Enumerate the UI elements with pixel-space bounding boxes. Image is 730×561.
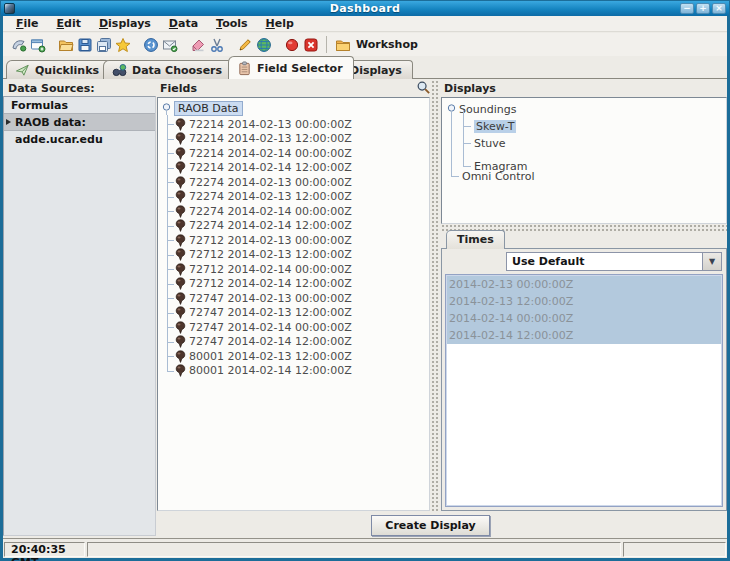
status-memory-area [623,542,726,557]
balloon-icon [175,118,186,131]
vertical-splitter[interactable] [431,80,440,511]
window-body: File Edit Displays Data Tools Help [3,16,727,558]
balloon-icon [175,161,186,174]
balloon-icon [175,350,186,363]
tab-bar: Quicklinks Data Choosers Field Selector … [3,56,727,79]
field-tree-item[interactable]: 72274 2014-02-13 00:00:00Z [158,175,429,190]
field-tree-item[interactable]: 72274 2014-02-14 12:00:00Z [158,219,429,234]
field-tree-item[interactable]: 80001 2014-02-13 12:00:00Z [158,349,429,364]
status-clock: 20:40:35 GMT [4,542,85,557]
balloon-icon [175,205,186,218]
tree-expander-icon[interactable] [161,102,172,115]
tab-times[interactable]: Times [446,230,505,249]
save-icon[interactable] [76,36,93,53]
fields-tree-root[interactable]: RAOB Data [174,101,243,116]
balloon-icon [175,321,186,334]
show-dashboard-icon[interactable] [10,36,27,53]
balloon-icon [175,364,186,377]
balloon-icon [175,234,186,247]
field-tree-item[interactable]: 80001 2014-02-14 12:00:00Z [158,364,429,379]
quicklinks-icon [15,63,30,78]
favorites-star-icon[interactable] [114,36,131,53]
field-tree-item[interactable]: 72712 2014-02-14 12:00:00Z [158,277,429,292]
tab-data-choosers[interactable]: Data Choosers [103,60,233,79]
balloon-icon [175,190,186,203]
menu-tools[interactable]: Tools [207,16,256,31]
field-tree-item[interactable]: 72274 2014-02-14 00:00:00Z [158,204,429,219]
fields-tree-items: 72214 2014-02-13 00:00:00Z 72214 2014-02… [158,117,429,378]
balloon-icon [175,219,186,232]
times-mode-dropdown[interactable]: Use Default ▼ [506,252,722,271]
field-tree-item[interactable]: 72747 2014-02-14 00:00:00Z [158,320,429,335]
field-tree-item[interactable]: 72214 2014-02-13 00:00:00Z [158,117,429,132]
display-item-omni-control[interactable]: Omni Control [462,170,535,183]
data-sources-header: Data Sources: [8,82,95,95]
field-tree-item[interactable]: 72214 2014-02-13 12:00:00Z [158,132,429,147]
tree-connector [451,176,459,177]
eraser-icon[interactable] [189,36,206,53]
menu-help[interactable]: Help [257,16,303,31]
menu-bar: File Edit Displays Data Tools Help [3,16,727,32]
internet-globe-icon[interactable] [255,36,272,53]
balloon-icon [175,335,186,348]
tree-line [451,113,452,176]
menu-data[interactable]: Data [160,16,207,31]
new-window-icon[interactable] [29,36,46,53]
help-icon[interactable] [142,36,159,53]
save-as-icon[interactable] [95,36,112,53]
search-icon[interactable] [416,80,431,95]
menu-displays[interactable]: Displays [90,16,160,31]
field-tree-item[interactable]: 72274 2014-02-13 12:00:00Z [158,190,429,205]
record-icon[interactable] [283,36,300,53]
create-display-button[interactable]: Create Display [371,515,490,536]
balloon-icon [175,263,186,276]
tree-connector [463,126,471,127]
balloon-icon [175,306,186,319]
status-message-area [87,542,621,557]
field-tree-item[interactable]: 72747 2014-02-14 12:00:00Z [158,335,429,350]
times-panel: Use Default ▼ 2014-02-13 00:00:00Z 2014-… [441,248,727,511]
exit-icon[interactable] [302,36,319,53]
tab-quicklinks[interactable]: Quicklinks [6,60,110,79]
balloon-icon [175,147,186,160]
balloon-icon [175,277,186,290]
chevron-down-icon[interactable]: ▼ [702,253,721,270]
time-list-item[interactable]: 2014-02-13 12:00:00Z [447,293,721,310]
time-list-item[interactable]: 2014-02-14 12:00:00Z [447,327,721,344]
field-tree-item[interactable]: 72712 2014-02-13 00:00:00Z [158,233,429,248]
time-list-item[interactable]: 2014-02-13 00:00:00Z [447,276,721,293]
menu-file[interactable]: File [7,16,48,31]
data-source-item-formulas[interactable]: Formulas [4,97,155,114]
time-list-item[interactable]: 2014-02-14 00:00:00Z [447,310,721,327]
window-title: Dashboard [1,1,729,16]
menu-edit[interactable]: Edit [48,16,90,31]
open-file-icon[interactable] [57,36,74,53]
workshop-label: Workshop [356,38,418,51]
field-tree-item[interactable]: 72712 2014-02-14 00:00:00Z [158,262,429,277]
field-tree-item[interactable]: 72214 2014-02-14 00:00:00Z [158,146,429,161]
tree-line [463,110,464,166]
field-tree-item[interactable]: 72747 2014-02-13 00:00:00Z [158,291,429,306]
edit-pencil-icon[interactable] [236,36,253,53]
data-sources-list: Formulas RAOB data: adde.ucar.edu [3,96,156,536]
support-request-icon[interactable] [161,36,178,53]
workshop-folder-icon[interactable] [334,36,351,53]
tree-connector [463,143,471,144]
data-choosers-icon [112,63,127,78]
field-tree-item[interactable]: 72214 2014-02-14 12:00:00Z [158,161,429,176]
cut-icon[interactable] [208,36,225,53]
balloon-icon [175,292,186,305]
balloon-icon [175,248,186,261]
field-tree-item[interactable]: 72712 2014-02-13 12:00:00Z [158,248,429,263]
fields-header: Fields [160,82,197,95]
displays-header: Displays [444,82,496,95]
data-source-item-raob[interactable]: RAOB data: adde.ucar.edu [4,114,155,131]
tab-field-selector[interactable]: Field Selector [228,56,354,79]
display-item-stuve[interactable]: Stuve [474,137,506,150]
tree-connector [463,166,471,167]
displays-tree-root[interactable]: Soundings [459,102,516,117]
times-list: 2014-02-13 00:00:00Z 2014-02-13 12:00:00… [445,274,723,507]
title-bar[interactable]: Dashboard − + × [1,1,729,16]
field-tree-item[interactable]: 72747 2014-02-13 12:00:00Z [158,306,429,321]
display-item-skewt[interactable]: Skew-T [474,120,516,133]
